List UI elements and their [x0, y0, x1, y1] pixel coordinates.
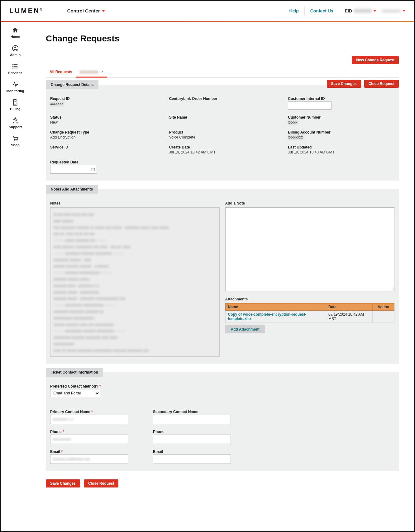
sidebar-item-support[interactable]: Support: [9, 117, 22, 129]
tab-all-requests[interactable]: All Requests: [46, 67, 76, 78]
calendar-icon: [91, 167, 95, 172]
user-circle-icon: [12, 45, 19, 52]
create-date-value: Jul 19, 2024 10:42 AM GMT: [169, 150, 276, 154]
svg-rect-11: [91, 168, 95, 171]
svg-point-10: [17, 140, 17, 141]
billing-account-number-value: xxxxxxxx: [288, 135, 303, 139]
create-date-label: Create Date: [169, 145, 276, 149]
secondary-email-input[interactable]: [153, 454, 231, 464]
chevron-down-icon: [373, 10, 376, 12]
preferred-contact-method-select[interactable]: Email and Portal: [50, 389, 100, 397]
sidebar-item-billing[interactable]: Billing: [10, 99, 21, 111]
secondary-contact-name-label: Secondary Contact Name: [153, 410, 246, 414]
username-label: xxxxxxxxxx: [382, 9, 401, 13]
save-changes-button-bottom[interactable]: Save Changes: [46, 479, 80, 487]
sidebar-item-monitoring[interactable]: Monitoring: [7, 81, 24, 93]
svg-rect-3: [14, 64, 17, 65]
change-request-type-label: Change Request Type: [50, 130, 157, 134]
invoice-icon: [12, 99, 19, 106]
eid-selector[interactable]: EID XXXXXX: [345, 8, 376, 13]
add-note-textarea[interactable]: [225, 207, 395, 291]
primary-contact-name-label: Primary Contact Name *: [50, 410, 144, 414]
add-attachment-button[interactable]: Add Attachment: [225, 325, 265, 333]
customer-number-value: xxxxx: [288, 120, 297, 125]
panel-header: Change Request Details: [46, 80, 98, 89]
user-menu[interactable]: xxxxxxxxxx: [382, 9, 406, 13]
request-id-value: xxxxxxx: [50, 101, 63, 106]
contact-us-link[interactable]: Contact Us: [310, 8, 333, 13]
product-value: Voice Complete: [169, 135, 276, 139]
notes-attachments-panel: Notes And Attachments Notes xx-xx-xxxx x…: [46, 189, 399, 364]
attachment-date: 07/19/2024 10:42 AM MST: [326, 311, 373, 323]
sidebar: Home Admin Services Monitoring Billing S…: [1, 21, 30, 531]
gear-person-icon: [12, 117, 19, 124]
primary-email-input[interactable]: [50, 454, 128, 464]
billing-account-number-label: Billing Account Number: [288, 130, 394, 134]
app-switcher[interactable]: Control Center: [67, 8, 105, 13]
sidebar-item-home[interactable]: Home: [11, 27, 20, 39]
attachment-link[interactable]: Copy of voice-complete-encryption-reques…: [228, 312, 307, 321]
customer-internal-id-input[interactable]: [288, 101, 332, 110]
order-number-label: CenturyLink Order Number: [169, 97, 276, 101]
svg-point-6: [12, 68, 14, 69]
svg-point-9: [14, 140, 15, 141]
close-icon[interactable]: ×: [101, 70, 103, 74]
sidebar-item-shop[interactable]: Shop: [11, 135, 20, 147]
secondary-contact-name-input[interactable]: [153, 415, 231, 424]
eid-label: EID: [345, 8, 352, 13]
change-request-details-panel: Change Request Details Save Changes Clos…: [46, 85, 399, 181]
app-switcher-label: Control Center: [67, 8, 100, 13]
page-title: Change Requests: [46, 34, 399, 44]
change-request-type-value: Add Encryption: [50, 135, 157, 139]
requested-date-label: Requested Date: [50, 160, 157, 164]
add-note-label: Add a Note: [225, 201, 395, 205]
svg-point-8: [14, 119, 16, 120]
close-request-button[interactable]: Close Request: [364, 80, 399, 88]
status-label: Status: [50, 115, 157, 120]
sidebar-item-admin[interactable]: Admin: [10, 45, 21, 57]
product-label: Product: [169, 130, 276, 134]
service-id-label: Service ID: [50, 145, 157, 149]
sidebar-item-label: Monitoring: [7, 89, 24, 93]
cart-icon: [12, 135, 19, 142]
column-date: Date: [326, 304, 373, 311]
secondary-phone-label: Phone: [153, 430, 246, 434]
save-changes-button[interactable]: Save Changes: [327, 80, 361, 88]
sidebar-item-label: Support: [9, 125, 22, 129]
sidebar-item-services[interactable]: Services: [8, 63, 22, 75]
svg-point-1: [14, 47, 16, 49]
requested-date-input[interactable]: [50, 165, 97, 174]
sidebar-item-label: Shop: [11, 143, 20, 147]
secondary-phone-input[interactable]: [153, 435, 231, 444]
site-name-label: Site Name: [169, 115, 276, 120]
last-updated-label: Last Updated: [288, 145, 394, 149]
home-icon: [12, 27, 19, 34]
tab-label: All Requests: [50, 70, 72, 74]
activity-icon: [12, 81, 19, 88]
new-change-request-button[interactable]: New Change Request: [352, 56, 399, 64]
sidebar-item-label: Billing: [10, 107, 21, 111]
tab-label: xxxxxxxxx: [80, 70, 98, 74]
close-request-button-bottom[interactable]: Close Request: [84, 479, 118, 487]
main-content: Change Requests New Change Request All R…: [30, 21, 414, 531]
notes-readonly-box: xx-xx-xxxx xx:xx xxx xxxxxxx xxxxxxxxx x…: [50, 207, 220, 357]
preferred-contact-method-label: Preferred Contact Method? *: [50, 384, 394, 388]
tabs: All Requests xxxxxxxxx ×: [46, 67, 399, 78]
tab-request-detail[interactable]: xxxxxxxxx ×: [76, 67, 107, 78]
panel-header: Notes And Attachments: [46, 185, 98, 194]
secondary-email-label: Email: [153, 450, 246, 454]
primary-contact-name-input[interactable]: [50, 415, 128, 424]
column-action: Action: [373, 304, 394, 311]
last-updated-value: Jul 19, 2024 10:43 AM GMT: [288, 150, 394, 154]
status-value: New: [50, 120, 157, 125]
eid-value: XXXXXX: [354, 8, 371, 13]
primary-phone-input[interactable]: [50, 435, 128, 444]
notes-label: Notes: [50, 201, 220, 205]
column-name: Name: [225, 304, 326, 311]
separator: [339, 7, 339, 15]
chevron-down-icon: [403, 10, 406, 12]
request-id-label: Request ID: [50, 97, 157, 101]
logo: LUMEN®: [9, 7, 42, 15]
primary-email-label: Email *: [50, 450, 144, 454]
help-link[interactable]: Help: [289, 8, 298, 13]
